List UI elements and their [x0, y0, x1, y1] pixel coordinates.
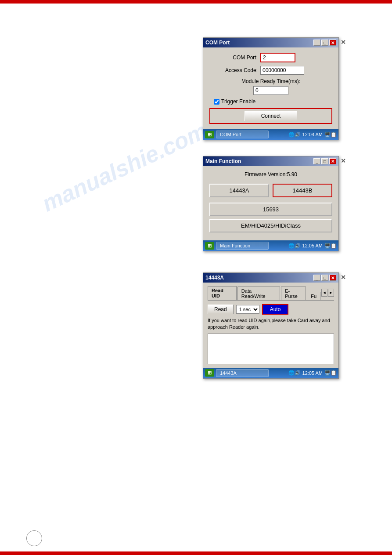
- main-function-top-buttons: 14443A 14443B: [209, 184, 332, 200]
- access-code-label: Access Code:: [209, 67, 258, 73]
- main-function-time: 12:05 AM: [302, 243, 323, 248]
- tab-nav-right[interactable]: ►: [328, 289, 334, 297]
- main-function-titlebar: Main Function _ □ ✕: [203, 156, 338, 166]
- main-function-taskbar-extra: 🖥️📋: [324, 243, 337, 249]
- main-function-taskbar: ⊞ Main Function 🌐🔊 12:05 AM 🖥️📋: [203, 240, 338, 251]
- auto-button[interactable]: Auto: [262, 304, 289, 315]
- main-function-minimize-btn[interactable]: _: [313, 158, 320, 164]
- bottom-decorative-bar: [0, 551, 392, 555]
- com-port-minimize-btn[interactable]: _: [313, 40, 320, 46]
- main-function-maximize-btn[interactable]: □: [321, 158, 328, 164]
- btn-14443b[interactable]: 14443B: [273, 184, 332, 197]
- connect-button-area: Connect: [209, 108, 332, 124]
- card-dialog-maximize-btn[interactable]: □: [321, 275, 328, 281]
- card-dialog-title: 14443A: [205, 275, 313, 281]
- card-dialog-taskbar-extra: 🖥️📋: [324, 370, 337, 376]
- com-port-taskbar-right: 🌐🔊 12:04 AM 🖥️📋: [288, 132, 337, 138]
- module-ready-row: Module Ready Time(ms):: [209, 78, 332, 95]
- card-dialog-taskbar-item[interactable]: 14443A: [216, 369, 269, 377]
- main-function-taskbar-icons: 🌐🔊: [288, 243, 301, 249]
- card-dialog-taskbar-right: 🌐🔊 12:05 AM 🖥️📋: [288, 370, 337, 376]
- trigger-enable-row: Trigger Enable: [214, 98, 332, 105]
- main-function-dialog: Main Function _ □ ✕ Firmware Version:5.9…: [203, 156, 339, 251]
- top-decorative-bar: [0, 0, 392, 4]
- card-dialog-taskbar: ⊞ 14443A 🌐🔊 12:05 AM 🖥️📋: [203, 368, 338, 378]
- tab-nav-left[interactable]: ◄: [321, 289, 327, 297]
- access-code-input[interactable]: [260, 66, 304, 75]
- com-port-dialog: COM Port _ □ ✕ COM Port: Access Code: Mo…: [203, 37, 339, 140]
- main-function-start-button[interactable]: ⊞: [205, 242, 214, 250]
- read-button[interactable]: Read: [208, 305, 234, 314]
- com-port-input[interactable]: [260, 53, 295, 62]
- btn-15693[interactable]: 15693: [209, 203, 332, 216]
- com-port-titlebar: COM Port _ □ ✕: [203, 38, 338, 47]
- tab-fun[interactable]: Fu: [307, 292, 320, 300]
- main-function-title: Main Function: [205, 158, 313, 164]
- card-dialog-minimize-btn[interactable]: _: [313, 275, 320, 281]
- com-port-start-button[interactable]: ⊞: [205, 131, 214, 138]
- interval-select[interactable]: 1 sec 2 sec 5 sec: [236, 305, 259, 314]
- page-number: [26, 530, 42, 546]
- card-dialog-close-btn[interactable]: ✕: [329, 275, 336, 281]
- module-ready-label: Module Ready Time(ms):: [241, 78, 300, 84]
- main-function-taskbar-right: 🌐🔊 12:05 AM 🖥️📋: [288, 243, 337, 249]
- main-function-content: Firmware Version:5.90 14443A 14443B 1569…: [203, 166, 338, 240]
- tab-e-purse[interactable]: E-Purse: [281, 287, 306, 300]
- com-port-taskbar-extra: 🖥️📋: [324, 132, 337, 138]
- card-dialog-taskbar-icons: 🌐🔊: [288, 370, 301, 376]
- card-controls-row: Read 1 sec 2 sec 5 sec Auto: [208, 304, 334, 315]
- com-port-maximize-btn[interactable]: □: [321, 40, 328, 46]
- output-area: [208, 334, 334, 364]
- module-ready-input[interactable]: [253, 86, 288, 95]
- card-dialog: 14443A _ □ ✕ Read UID Data Read/Write E-…: [203, 272, 339, 379]
- com-port-label: COM Port:: [209, 54, 258, 61]
- card-dialog-start-button[interactable]: ⊞: [205, 369, 214, 377]
- connect-button[interactable]: Connect: [245, 111, 297, 121]
- trigger-enable-checkbox[interactable]: [214, 99, 219, 105]
- info-text: If you want to read UID again,please tak…: [208, 317, 334, 331]
- firmware-version: Firmware Version:5.90: [245, 171, 297, 178]
- com-port-time: 12:04 AM: [302, 132, 323, 137]
- watermark: manualshie.com: [38, 117, 211, 217]
- main-function-titlebar-buttons: _ □ ✕: [313, 158, 336, 164]
- com-port-outer-close[interactable]: ✕: [341, 39, 346, 46]
- trigger-enable-label: Trigger Enable: [221, 98, 255, 105]
- main-function-outer-close[interactable]: ✕: [341, 157, 346, 164]
- main-function-taskbar-item[interactable]: Main Function: [216, 242, 269, 250]
- com-port-taskbar: ⊞ COM Port 🌐🔊 12:04 AM 🖥️📋: [203, 129, 338, 140]
- card-dialog-titlebar: 14443A _ □ ✕: [203, 273, 338, 283]
- btn-14443a[interactable]: 14443A: [209, 184, 269, 197]
- com-port-close-btn[interactable]: ✕: [329, 40, 336, 46]
- btn-em-hid[interactable]: EM/HID4025/HIDiClass: [209, 219, 332, 232]
- access-code-field-row: Access Code:: [209, 66, 332, 75]
- card-dialog-titlebar-buttons: _ □ ✕: [313, 275, 336, 281]
- com-port-field-row: COM Port:: [209, 53, 332, 62]
- tab-data-read-write[interactable]: Data Read/Write: [237, 287, 280, 300]
- main-function-close-btn[interactable]: ✕: [329, 158, 336, 164]
- card-dialog-outer-close[interactable]: ✕: [341, 274, 346, 281]
- card-dialog-content: Read UID Data Read/Write E-Purse Fu ◄ ► …: [203, 283, 338, 368]
- com-port-content: COM Port: Access Code: Module Ready Time…: [203, 47, 338, 129]
- tab-read-uid[interactable]: Read UID: [208, 286, 237, 300]
- com-port-taskbar-icons: 🌐🔊: [288, 132, 301, 138]
- card-dialog-time: 12:05 AM: [302, 370, 323, 376]
- com-port-taskbar-item[interactable]: COM Port: [216, 131, 269, 138]
- com-port-titlebar-buttons: _ □ ✕: [313, 40, 336, 46]
- com-port-title: COM Port: [205, 40, 313, 46]
